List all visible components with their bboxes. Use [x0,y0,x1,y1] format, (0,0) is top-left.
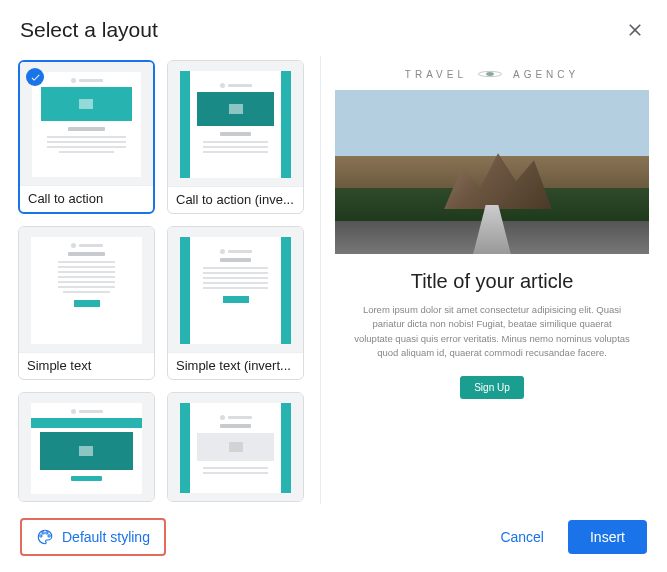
insert-button[interactable]: Insert [568,520,647,554]
close-button[interactable] [623,18,647,42]
palette-icon [36,528,54,546]
layout-card-announcement[interactable] [18,392,155,502]
preview-title: Title of your article [411,270,574,293]
layout-label: Simple text (invert... [168,352,303,379]
dialog-header: Select a layout [0,0,667,56]
layout-label: Simple text [19,352,154,379]
default-styling-button[interactable]: Default styling [20,518,166,556]
layout-label: Call to action (inve... [168,186,303,213]
preview-logo: TRAVEL AGENCY [405,56,579,90]
dialog-footer: Default styling Cancel Insert [0,504,667,572]
layouts-grid: Call to action Call to action (inve... [18,56,308,504]
preview-logo-right: AGENCY [513,69,579,80]
footer-actions: Cancel Insert [486,520,647,554]
layout-thumb [168,61,303,186]
selected-badge [26,68,44,86]
layout-dialog: Select a layout Call to action [0,0,667,572]
close-icon [625,20,645,40]
layout-card-announcement-inverted[interactable] [167,392,304,502]
dialog-title: Select a layout [20,18,158,42]
layout-card-simple-text-inverted[interactable]: Simple text (invert... [167,226,304,380]
wing-icon [477,68,503,80]
layout-card-call-to-action[interactable]: Call to action [18,60,155,214]
dialog-body: Call to action Call to action (inve... [0,56,667,504]
layout-thumb [168,393,303,501]
svg-point-1 [486,72,494,76]
layout-thumb [19,393,154,502]
cancel-button[interactable]: Cancel [486,521,558,553]
layout-thumb [19,227,154,352]
preview-logo-left: TRAVEL [405,69,467,80]
layout-thumb [168,227,303,352]
preview-hero-image [335,90,649,254]
check-icon [30,72,41,83]
default-styling-label: Default styling [62,529,150,545]
layout-card-simple-text[interactable]: Simple text [18,226,155,380]
preview-body: Lorem ipsum dolor sit amet consectetur a… [335,303,649,360]
preview-cta-button: Sign Up [460,376,524,399]
preview-pane: TRAVEL AGENCY Title of your article Lore… [320,56,649,504]
layout-label: Call to action [20,185,153,212]
layout-card-call-to-action-inverted[interactable]: Call to action (inve... [167,60,304,214]
